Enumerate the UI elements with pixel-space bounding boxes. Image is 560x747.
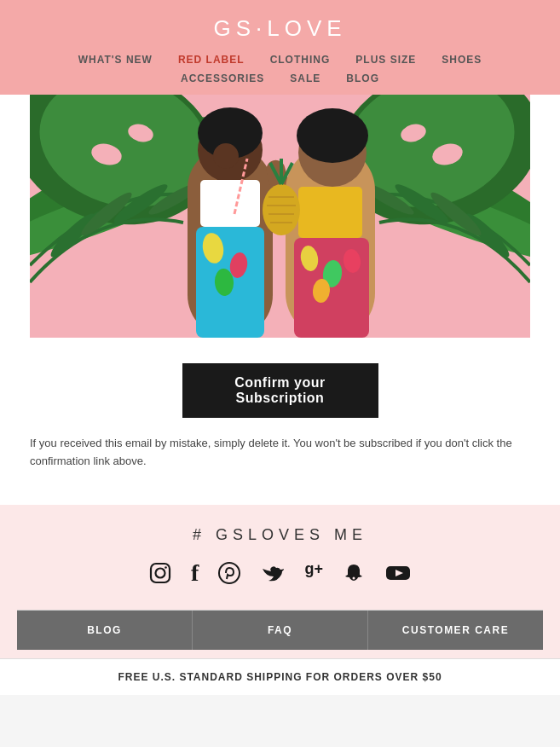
svg-point-33 [297, 108, 368, 163]
confirm-subscription-button[interactable]: Confirm your Subscription [182, 363, 378, 418]
header: GS·LOVE WHAT'S NEW RED LABEL CLOTHING PL… [0, 0, 560, 95]
svg-point-53 [352, 576, 355, 579]
nav-sale[interactable]: SALE [290, 72, 320, 84]
pinterest-icon[interactable] [217, 561, 241, 588]
faq-link[interactable]: FAQ [193, 611, 368, 650]
instagram-icon[interactable] [148, 561, 172, 588]
svg-point-52 [219, 563, 240, 583]
svg-point-30 [213, 143, 239, 169]
logo: GS·LOVE [17, 15, 543, 42]
shipping-text: FREE U.S. STANDARD SHIPPING FOR ORDERS O… [118, 671, 442, 683]
snapchat-icon[interactable] [342, 561, 366, 588]
disclaimer-text: If you received this email by mistake, s… [30, 435, 530, 471]
nav-top: WHAT'S NEW RED LABEL CLOTHING PLUS SIZE … [17, 54, 543, 66]
svg-rect-49 [151, 564, 170, 582]
nav-clothing[interactable]: CLOTHING [270, 54, 331, 66]
blog-link[interactable]: BLOG [17, 611, 193, 650]
svg-point-50 [156, 568, 165, 577]
social-icons-row: f g+ [17, 561, 543, 588]
twitter-icon[interactable] [260, 561, 286, 588]
footer-links: BLOG FAQ CUSTOMER CARE [17, 610, 543, 650]
svg-rect-24 [200, 180, 260, 227]
shipping-bar: FREE U.S. STANDARD SHIPPING FOR ORDERS O… [0, 658, 560, 695]
nav-bottom: ACCESSORIES SALE BLOG [17, 72, 543, 84]
nav-whats-new[interactable]: WHAT'S NEW [78, 54, 153, 66]
svg-point-40 [263, 184, 300, 235]
hashtag-text: # GSLOVES ME [17, 526, 543, 544]
hero-image [30, 95, 530, 338]
svg-rect-34 [298, 187, 362, 238]
youtube-icon[interactable] [384, 561, 412, 588]
nav-shoes[interactable]: SHOES [442, 54, 482, 66]
email-container: GS·LOVE WHAT'S NEW RED LABEL CLOTHING PL… [0, 0, 560, 695]
nav-blog[interactable]: BLOG [346, 72, 379, 84]
facebook-icon[interactable]: f [191, 561, 199, 588]
nav-accessories[interactable]: ACCESSORIES [181, 72, 264, 84]
googleplus-icon[interactable]: g+ [304, 561, 323, 588]
footer: # GSLOVES ME f [0, 505, 560, 658]
nav-plus-size[interactable]: PLUS SIZE [355, 54, 416, 66]
main-content: Confirm your Subscription If you receive… [0, 338, 560, 505]
customer-care-link[interactable]: CUSTOMER CARE [368, 611, 543, 650]
svg-point-51 [165, 566, 167, 569]
nav-red-label[interactable]: RED LABEL [178, 54, 245, 66]
